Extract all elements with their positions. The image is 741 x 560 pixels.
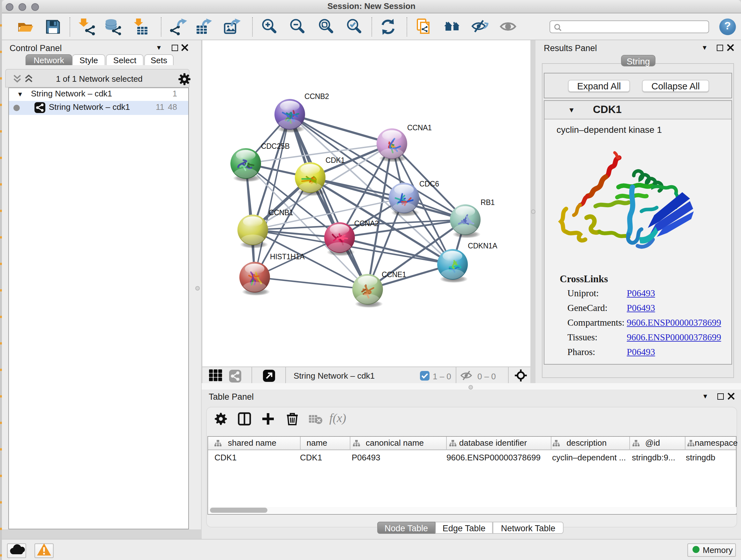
svg-text:CCNA1: CCNA1 [407, 124, 432, 132]
svg-text:CDK1: CDK1 [326, 156, 345, 165]
svg-text:CDKN1A: CDKN1A [468, 242, 497, 250]
svg-text:CCNA2: CCNA2 [354, 219, 379, 228]
svg-text:CCNE1: CCNE1 [382, 270, 406, 279]
svg-text:CCNB2: CCNB2 [305, 92, 329, 101]
svg-text:HIST1H1A: HIST1H1A [270, 253, 305, 261]
svg-text:CDC25B: CDC25B [261, 142, 290, 150]
svg-text:CDC6: CDC6 [419, 180, 439, 188]
svg-text:RB1: RB1 [481, 198, 495, 206]
svg-text:CCNB1: CCNB1 [269, 208, 293, 217]
